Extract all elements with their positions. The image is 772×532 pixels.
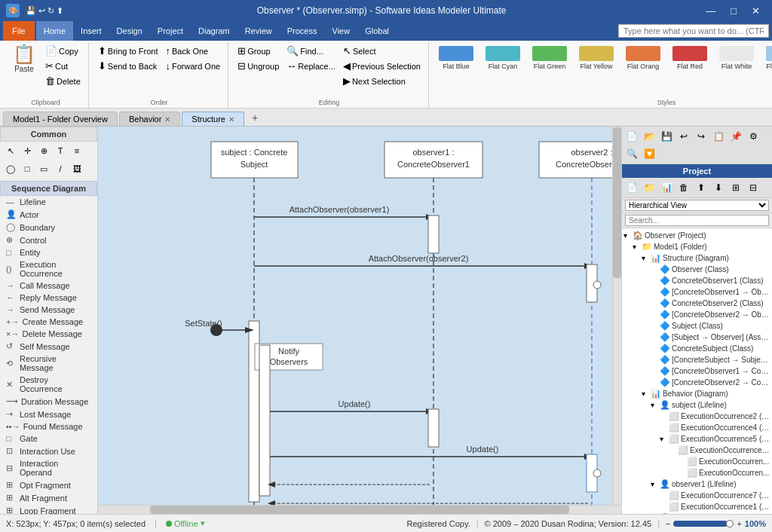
seq-diagram-item[interactable]: →Send Message <box>0 304 97 316</box>
tree-item[interactable]: 🔷Subject (Class) <box>623 320 770 332</box>
status-dropdown[interactable]: ▾ <box>201 518 205 528</box>
seq-diagram-item[interactable]: ↺Self Message <box>0 340 97 353</box>
rtool-undo[interactable]: ↩ <box>676 128 692 145</box>
seq-diagram-item[interactable]: ⊞Alt Fragment <box>0 491 97 504</box>
menu-insert[interactable]: Insert <box>73 21 109 41</box>
seq-diagram-item[interactable]: ••→Found Message <box>0 420 97 433</box>
style-button[interactable]: Flat Light B <box>761 44 772 72</box>
zoom-handle[interactable] <box>726 520 734 527</box>
menu-file[interactable]: File <box>3 21 35 41</box>
canvas-area[interactable]: subject : Concrete Subject observer1 : C… <box>98 127 621 514</box>
rtool-new[interactable]: 📄 <box>623 128 640 145</box>
next-selection-button[interactable]: ▶ Next Selection <box>340 74 424 88</box>
style-button[interactable]: Flat Yellow <box>574 44 619 72</box>
menu-project[interactable]: Project <box>150 21 191 41</box>
tree-toggle[interactable]: ▾ <box>651 480 658 488</box>
zoom-plus[interactable]: + <box>737 519 741 528</box>
proj-add-diagram[interactable]: 📊 <box>658 179 675 196</box>
tab-behavior-close[interactable]: ✕ <box>164 115 170 124</box>
cut-button[interactable]: ✂ Cut <box>42 59 84 73</box>
vertical-scrollbar[interactable] <box>612 127 621 505</box>
move-tool[interactable]: ✛ <box>20 143 35 158</box>
proj-add-folder[interactable]: 📁 <box>641 179 657 196</box>
seq-diagram-item[interactable]: ⊡Interaction Use <box>0 445 97 457</box>
paste-button[interactable]: 📋 Paste <box>8 42 41 76</box>
canvas-scroll[interactable]: subject : Concrete Subject observer1 : C… <box>98 127 621 514</box>
tree-item[interactable]: ▾👤observer1 (Lifeline) <box>623 478 770 490</box>
style-button[interactable]: Flat Cyan <box>480 44 525 72</box>
maximize-button[interactable]: □ <box>725 4 743 18</box>
tree-item[interactable]: ▾📊Structure (Diagram) <box>623 252 770 264</box>
tree-item[interactable]: ▾⬜ExecutionOccurrence5 (Ex... <box>623 433 770 445</box>
proj-new[interactable]: 📄 <box>623 179 640 196</box>
style-button[interactable]: Flat Green <box>527 44 572 72</box>
menu-review[interactable]: Review <box>237 21 280 41</box>
menu-global[interactable]: Global <box>357 21 397 41</box>
tree-item[interactable]: 🔷[Subject → Observer] (Associa... <box>623 332 770 343</box>
replace-button[interactable]: ↔ Replace... <box>283 59 339 73</box>
proj-up[interactable]: ⬆ <box>693 179 709 196</box>
tree-toggle[interactable]: ▾ <box>660 435 667 443</box>
style-button[interactable]: Flat Orang <box>620 44 666 72</box>
bring-to-front-button[interactable]: ⬆ Bring to Front <box>95 44 161 58</box>
rtool-settings[interactable]: ⚙ <box>745 128 761 145</box>
proj-expand[interactable]: ⊞ <box>728 179 744 196</box>
prev-selection-button[interactable]: ◀ Previous Selection <box>340 59 424 73</box>
tree-item[interactable]: 🔷[ConcreteObserver1 → Concr... <box>623 365 770 377</box>
add-tab-button[interactable]: + <box>246 109 264 126</box>
seq-diagram-item[interactable]: +→Create Message <box>0 316 97 328</box>
rect-tool[interactable]: □ <box>20 161 35 176</box>
seq-diagram-item[interactable]: ←Reply Message <box>0 292 97 304</box>
style-button[interactable]: Flat Red <box>667 44 712 72</box>
delete-button[interactable]: 🗑 Delete <box>42 74 84 88</box>
rtool-paste[interactable]: 📌 <box>728 128 744 145</box>
seq-diagram-item[interactable]: ()Execution Occurrence <box>0 258 97 280</box>
find-button[interactable]: 🔍 Find... <box>283 44 339 58</box>
proj-collapse[interactable]: ⊟ <box>745 179 761 196</box>
seq-diagram-item[interactable]: ✕Destroy Occurrence <box>0 374 97 395</box>
tree-toggle[interactable]: ▾ <box>642 254 649 262</box>
seq-diagram-item[interactable]: ⟲Recursive Message <box>0 353 97 374</box>
menu-view[interactable]: View <box>325 21 358 41</box>
menu-process[interactable]: Process <box>280 21 325 41</box>
tree-item[interactable]: 🔷[ConcreteSubject → Subject] (C... <box>623 354 770 365</box>
tree-item[interactable]: ▾🏠Observer (Project) <box>623 230 770 241</box>
menu-home[interactable]: Home <box>36 21 73 41</box>
seq-diagram-item[interactable]: ◯Boundary <box>0 221 97 234</box>
tree-item[interactable]: ⬜ExecutionOccurrence4 (Ex... <box>623 422 770 433</box>
line-tool[interactable]: / <box>53 161 68 176</box>
tree-item[interactable]: ⬜ExecutionOccurren... <box>623 456 770 467</box>
menu-design[interactable]: Design <box>109 21 150 41</box>
note-tool[interactable]: ≡ <box>69 143 84 158</box>
seq-diagram-item[interactable]: ×→Delete Message <box>0 328 97 340</box>
tree-item[interactable]: ⬜ExecutionOccurrence7 (Ex... <box>623 490 770 501</box>
seq-diagram-item[interactable]: □Gate <box>0 433 97 445</box>
style-button[interactable]: Flat White <box>714 44 759 72</box>
select-tool[interactable]: ↖ <box>3 143 18 158</box>
rounded-rect-tool[interactable]: ▭ <box>36 161 51 176</box>
close-button[interactable]: ✕ <box>746 4 766 18</box>
tree-item[interactable]: ⬜ExecutionOccurrence1 (Ex... <box>623 501 770 512</box>
seq-diagram-item[interactable]: ⊟Interaction Operand <box>0 457 97 478</box>
back-one-button[interactable]: ↑ Back One <box>162 44 223 58</box>
seq-diagram-item[interactable]: 👤Actor <box>0 208 97 221</box>
rtool-open[interactable]: 📂 <box>641 128 657 145</box>
tree-item[interactable]: ▾📁Model1 (Folder) <box>623 241 770 252</box>
rtool-filter[interactable]: 🔽 <box>641 145 657 162</box>
proj-delete[interactable]: 🗑 <box>676 179 692 196</box>
seq-diagram-item[interactable]: ⇢Lost Message <box>0 408 97 420</box>
tab-folder-overview[interactable]: Model1 - Folder Overview <box>3 112 118 126</box>
tree-item[interactable]: 🔷ConcreteObserver2 (Class) <box>623 298 770 309</box>
seq-diagram-item[interactable]: □Entity <box>0 246 97 258</box>
tree-item[interactable]: 🔷ConcreteObserver1 (Class) <box>623 275 770 286</box>
forward-one-button[interactable]: ↓ Forward One <box>162 59 223 73</box>
copy-button[interactable]: 📄 Copy <box>42 44 84 58</box>
zoom-bar[interactable] <box>673 521 734 527</box>
tree-item[interactable]: ⬜ExecutionOccurrence6... <box>623 445 770 456</box>
seq-diagram-item[interactable]: ⊞Opt Fragment <box>0 478 97 491</box>
zoom-minus[interactable]: − <box>666 519 670 528</box>
send-to-back-button[interactable]: ⬇ Send to Back <box>95 59 161 73</box>
seq-diagram-item[interactable]: →Call Message <box>0 280 97 292</box>
proj-down[interactable]: ⬇ <box>710 179 727 196</box>
tree-item[interactable]: 🔷[ConcreteObserver2 → Obse... <box>623 309 770 320</box>
